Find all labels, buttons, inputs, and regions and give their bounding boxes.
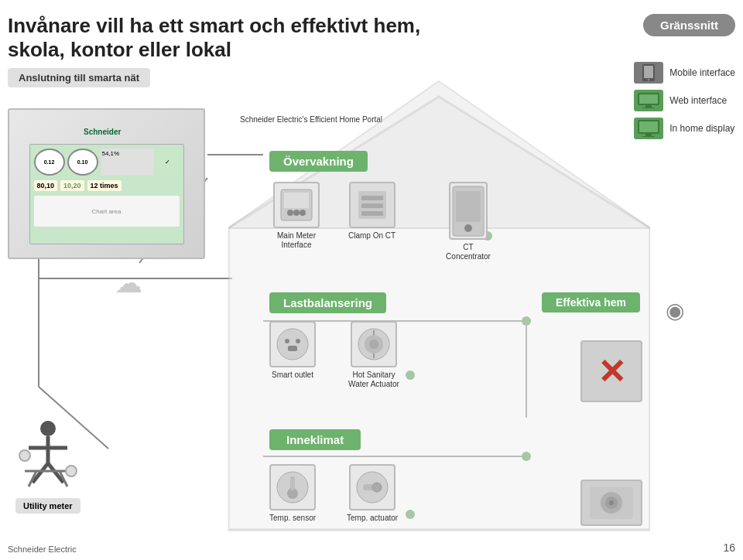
web-interface-label: Web interface <box>669 95 727 106</box>
svg-point-57 <box>609 500 614 505</box>
svg-point-29 <box>293 210 300 216</box>
temp-actuator-device: Temp. actuator <box>347 464 398 523</box>
smart-outlet-label: Smart outlet <box>272 370 313 380</box>
temp-sensor-icon-box <box>269 464 316 510</box>
num-2: 10,20 <box>60 180 84 191</box>
ct-concentrator-device: CT Concentrator <box>441 182 495 261</box>
main-meter-label: Main Meter Interface <box>269 231 324 250</box>
ct-concentrator-icon-box <box>449 182 488 240</box>
clamp-ct-icon-box <box>349 182 395 228</box>
svg-rect-36 <box>456 191 481 222</box>
svg-point-30 <box>300 210 306 216</box>
temp-sensor-label: Temp. sensor <box>269 514 316 523</box>
portal-inner: Schneider 0.12 0.10 54,1% ✓ 80,10 10,20 … <box>9 110 204 258</box>
portal-logo: Schneider <box>84 123 130 140</box>
smart-outlet-device: Smart outlet <box>269 321 316 380</box>
clamp-ct-device: Clamp On CT <box>348 182 395 241</box>
svg-rect-41 <box>288 346 297 351</box>
svg-point-38 <box>277 329 308 360</box>
svg-rect-34 <box>361 211 383 216</box>
roller-box <box>580 480 642 526</box>
clamp-ct-label: Clamp On CT <box>348 231 395 241</box>
main-meter-device: Main Meter Interface <box>269 182 324 250</box>
anslutning-label: Anslutning till smarta nät <box>8 68 150 87</box>
svg-point-44 <box>369 340 378 349</box>
portal-row-2: 80,10 10,20 12 times <box>34 180 180 191</box>
lastbalansering-section: Lastbalansering <box>269 292 386 313</box>
svg-point-40 <box>296 339 300 343</box>
svg-point-58 <box>40 421 56 436</box>
svg-rect-50 <box>291 480 294 490</box>
main-meter-icon-box <box>273 182 320 228</box>
svg-point-37 <box>464 224 472 232</box>
svg-text:Schneider: Schneider <box>84 128 121 136</box>
temp-actuator-label: Temp. actuator <box>347 514 398 523</box>
portal-row-1: 0.12 0.10 54,1% ✓ <box>34 149 180 176</box>
svg-point-39 <box>285 339 289 343</box>
inneklimat-section: Inneklimat <box>269 429 361 450</box>
temp-sensor-device: Temp. sensor <box>269 464 316 523</box>
num-1: 80,10 <box>34 180 58 191</box>
num-3: 12 times <box>87 180 122 191</box>
svg-rect-33 <box>361 203 383 208</box>
utility-meter-label: Utility meter <box>15 498 80 514</box>
granssnitt-label: Gränssnitt <box>643 14 735 36</box>
svg-rect-27 <box>284 193 309 208</box>
speaker-icon: ◉ <box>666 298 684 323</box>
effektiva-x-box: ✕ <box>580 340 642 402</box>
ct-concentrator-label: CT Concentrator <box>441 243 495 261</box>
gauge-1: 0.12 <box>34 149 65 176</box>
portal-screen: 0.12 0.10 54,1% ✓ 80,10 10,20 12 times C… <box>29 144 184 244</box>
overvakning-section: Övervakning <box>269 151 368 172</box>
gauge-2: 0.10 <box>67 149 98 176</box>
hot-sanitary-label: Hot Sanitary Water Actuator <box>347 370 401 389</box>
main-title: Invånare vill ha ett smart och effektivt… <box>8 14 441 62</box>
home-display-label: In home display <box>669 123 734 134</box>
cloud-icon: ☁ <box>115 267 142 299</box>
mobile-interface-label: Mobile interface <box>669 67 735 78</box>
hot-sanitary-device: Hot Sanitary Water Actuator <box>347 321 401 389</box>
x-mark: ✕ <box>597 352 626 391</box>
footer-label: Schneider Electric <box>8 545 77 554</box>
temp-actuator-icon-box <box>349 464 395 510</box>
smart-outlet-icon-box <box>269 321 316 367</box>
svg-point-53 <box>372 483 382 492</box>
svg-point-67 <box>66 466 77 476</box>
utility-meter-section: Utility meter <box>15 417 80 514</box>
hot-sanitary-icon-box <box>351 321 397 367</box>
svg-point-66 <box>19 450 30 461</box>
svg-point-28 <box>287 210 293 216</box>
page-number: 16 <box>723 541 735 554</box>
effektiva-section: Effektiva hem <box>542 292 640 312</box>
portal-box: Schneider 0.12 0.10 54,1% ✓ 80,10 10,20 … <box>8 108 205 259</box>
svg-rect-32 <box>361 196 383 200</box>
